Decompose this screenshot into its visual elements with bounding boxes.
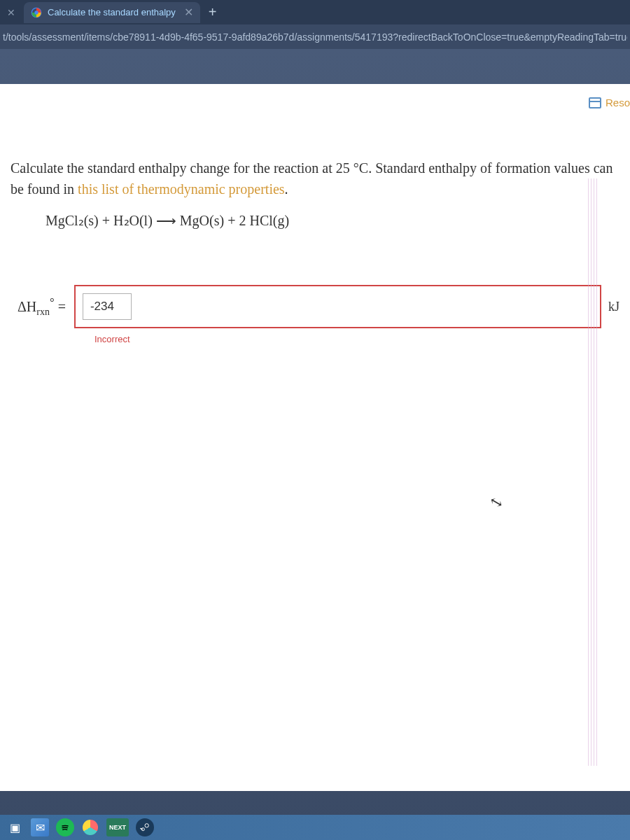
browser-tab[interactable]: Calculate the standard enthalpy ✕: [24, 2, 200, 23]
taskbar: ▣ ✉ NEXT: [0, 815, 630, 840]
mail-icon[interactable]: ✉: [31, 818, 49, 836]
segment-icon[interactable]: [81, 818, 99, 836]
google-icon: [31, 7, 42, 18]
new-tab-button[interactable]: +: [209, 4, 217, 20]
answer-input[interactable]: -234: [83, 293, 132, 320]
resources-button[interactable]: Reso: [589, 97, 630, 108]
notebook-margin-lines: [588, 178, 596, 766]
delta-h-super: °: [50, 295, 55, 309]
delta-h-prefix: ΔH: [18, 299, 36, 314]
next-app-icon[interactable]: NEXT: [106, 818, 129, 836]
svg-point-2: [145, 824, 148, 827]
windows-start-icon[interactable]: ▣: [6, 818, 24, 836]
unit-label: kJ: [608, 300, 620, 314]
answer-input-container: -234: [74, 285, 601, 328]
question-period: .: [285, 181, 288, 197]
delta-h-label: ΔHrxn° =: [18, 295, 66, 318]
delta-h-equals: =: [55, 299, 66, 314]
feedback-text: Incorrect: [94, 334, 630, 344]
answer-section: ΔHrxn° = -234 kJ: [18, 285, 620, 328]
delta-h-sub: rxn: [36, 307, 50, 317]
content-area: Reso Calculate the standard enthalpy cha…: [0, 84, 630, 791]
browser-tab-bar: ✕ Calculate the standard enthalpy ✕ +: [0, 0, 630, 24]
chemical-equation: MgCl₂(s) + H₂O(l) ⟶ MgO(s) + 2 HCl(g): [46, 212, 620, 229]
close-prev-tab-icon[interactable]: ✕: [7, 7, 15, 18]
url-text: t/tools/assessment/items/cbe78911-4d9b-4…: [3, 31, 627, 43]
url-bar[interactable]: t/tools/assessment/items/cbe78911-4d9b-4…: [0, 24, 630, 49]
question-text: Calculate the standard enthalpy change f…: [10, 158, 620, 200]
input-wrapper: -234: [74, 285, 601, 328]
thermodynamic-link[interactable]: this list of thermodynamic properties: [78, 181, 285, 197]
tab-title: Calculate the standard enthalpy: [48, 7, 176, 18]
steam-icon[interactable]: [136, 818, 154, 836]
spotify-icon[interactable]: [56, 818, 74, 836]
resources-label: Reso: [606, 97, 630, 108]
bookmark-icon: [589, 97, 601, 108]
question-area: Calculate the standard enthalpy change f…: [0, 84, 630, 229]
tab-close-icon[interactable]: ✕: [184, 6, 193, 19]
svg-point-1: [34, 10, 38, 14]
cursor-icon: ⤡: [488, 492, 505, 513]
